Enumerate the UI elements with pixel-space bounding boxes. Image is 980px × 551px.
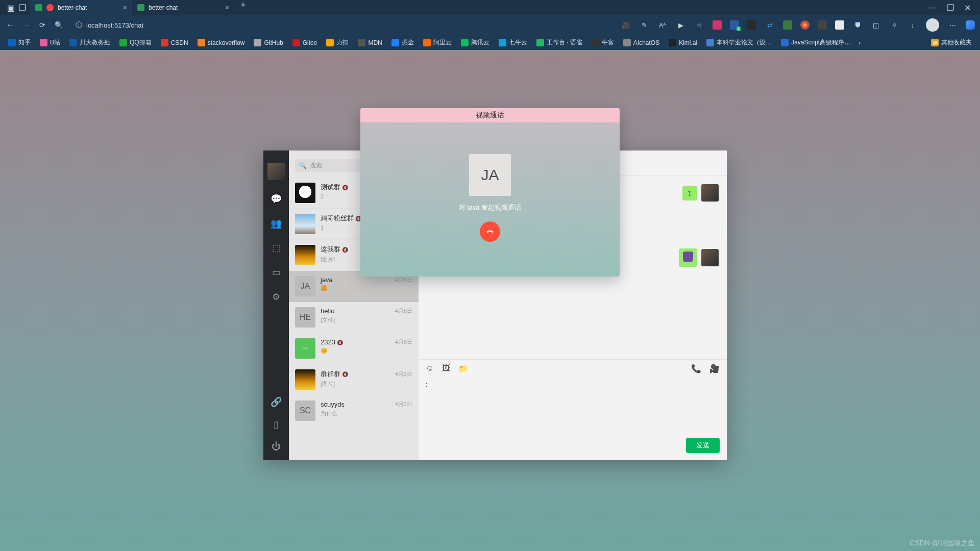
bookmark-item[interactable]: 本科毕业论文（设…: [703, 37, 775, 48]
tab-favicon-icon: [137, 4, 144, 11]
bookmark-icon: [198, 39, 205, 46]
forward-icon[interactable]: →: [21, 21, 31, 29]
bookmark-icon: [499, 39, 506, 46]
download-icon[interactable]: ↓: [908, 20, 918, 30]
bookmark-label: 腾讯云: [471, 38, 489, 47]
url-bar[interactable]: ⓘ localhost:5173/chat: [70, 18, 392, 32]
favorites-icon[interactable]: ✧: [889, 20, 899, 30]
bookmark-item[interactable]: stackoverflow: [194, 37, 248, 48]
workspace-icon[interactable]: ▣: [7, 3, 15, 13]
hangup-button[interactable]: [480, 221, 500, 242]
bookmark-icon: [119, 39, 127, 46]
ext-icon[interactable]: [818, 20, 827, 30]
bookmark-icon: [161, 39, 168, 46]
bookmark-label: Kimi.ai: [679, 39, 697, 46]
bookmark-icon: [69, 39, 77, 46]
close-window-icon[interactable]: ✕: [964, 3, 971, 13]
bookmark-item[interactable]: 七牛云: [496, 37, 530, 48]
url-text: localhost:5173/chat: [86, 21, 143, 29]
call-avatar: JA: [469, 154, 511, 196]
bookmark-item[interactable]: 掘金: [388, 37, 417, 48]
close-icon[interactable]: ×: [225, 4, 229, 12]
bookmark-label: 知乎: [18, 38, 31, 47]
maximize-icon[interactable]: ❐: [947, 3, 954, 13]
other-bookmarks-label: 其他收藏夹: [941, 38, 972, 47]
bookmark-item[interactable]: 腾讯云: [458, 37, 493, 48]
bookmark-label: Gitee: [303, 39, 317, 46]
pen-icon[interactable]: ✎: [639, 20, 649, 30]
bookmark-icon: [706, 39, 714, 46]
shield-icon[interactable]: ⛊: [852, 20, 863, 30]
bookmark-label: 力扣: [336, 38, 349, 47]
star-icon[interactable]: ☆: [694, 20, 704, 30]
new-tab-button[interactable]: +: [234, 0, 252, 15]
bookmark-item[interactable]: QQ邮箱: [116, 37, 155, 48]
bookmark-icon: [391, 39, 399, 46]
sync-icon[interactable]: ⇄: [765, 20, 775, 30]
menu-icon[interactable]: ⋯: [947, 20, 958, 30]
bookmark-icon: [254, 39, 261, 46]
tab-1[interactable]: better-chat ×: [132, 0, 234, 15]
bookmark-label: 阿里云: [433, 38, 452, 47]
bookmark-icon: [461, 39, 469, 46]
bookmark-item[interactable]: AIchatOS: [620, 37, 663, 48]
panel-icon[interactable]: ❐: [19, 3, 26, 13]
bookmark-label: 工作台 · 语雀: [547, 38, 582, 47]
bookmark-label: 本科毕业论文（设…: [717, 38, 772, 47]
bookmark-item[interactable]: 力扣: [323, 37, 352, 48]
ext-icon[interactable]: 7: [730, 20, 739, 30]
ext-icon[interactable]: [800, 20, 810, 30]
bookmark-item[interactable]: 牛客: [589, 37, 617, 48]
ext-icon[interactable]: [713, 20, 722, 30]
refresh-icon[interactable]: ⟳: [38, 21, 47, 29]
modal-overlay: 视频通话 JA 对 java 发起视频通话: [0, 50, 980, 551]
tab-favicon-icon: [35, 4, 42, 11]
video-icon[interactable]: ▶: [676, 20, 686, 30]
camera-icon[interactable]: 🎥: [621, 20, 631, 30]
bookmark-icon: [326, 39, 334, 46]
split-icon[interactable]: ◫: [871, 20, 881, 30]
phone-down-icon: [485, 227, 495, 237]
minimize-icon[interactable]: —: [928, 3, 937, 13]
bookmark-icon: [592, 39, 599, 46]
bookmark-item[interactable]: 工作台 · 语雀: [533, 37, 585, 48]
bookmark-label: stackoverflow: [208, 39, 245, 46]
bookmark-label: 掘金: [402, 38, 414, 47]
bookmark-item[interactable]: CSDN: [158, 37, 191, 48]
bookmarks-bar: 知乎B站川大教务处QQ邮箱CSDNstackoverflowGitHubGite…: [0, 35, 980, 50]
ext-icon[interactable]: [835, 20, 844, 30]
chevron-right-icon[interactable]: ›: [859, 39, 861, 46]
bookmark-item[interactable]: Gitee: [289, 37, 321, 48]
tab-title: better-chat: [149, 4, 178, 11]
other-bookmarks[interactable]: 📁 其他收藏夹: [928, 37, 975, 48]
address-bar-row: ← → ⟳ 🔍 ⓘ localhost:5173/chat 🎥 ✎ Aᴬ ▶ ☆…: [0, 15, 980, 35]
text-size-icon[interactable]: Aᴬ: [657, 20, 668, 30]
bookmark-icon: [40, 39, 47, 46]
bookmark-item[interactable]: 阿里云: [420, 37, 455, 48]
bookmark-icon: [623, 39, 631, 46]
bookmark-label: QQ邮箱: [130, 38, 152, 47]
tab-0[interactable]: better-chat ×: [30, 0, 132, 15]
copilot-icon[interactable]: [966, 20, 975, 30]
bookmark-label: MDN: [368, 39, 382, 46]
back-icon[interactable]: ←: [5, 21, 14, 29]
close-icon[interactable]: ×: [123, 4, 127, 12]
bookmark-icon: [8, 39, 16, 46]
bookmark-icon: [358, 39, 365, 46]
bookmark-item[interactable]: MDN: [355, 37, 385, 48]
ext-icon[interactable]: [747, 20, 756, 30]
bookmark-item[interactable]: Kimi.ai: [666, 37, 700, 48]
bookmark-item[interactable]: JavaScript高级程序…: [778, 37, 853, 48]
bookmark-item[interactable]: 川大教务处: [66, 37, 113, 48]
bookmark-item[interactable]: B站: [37, 37, 63, 48]
search-icon[interactable]: 🔍: [54, 21, 63, 29]
bookmark-label: 川大教务处: [80, 38, 110, 47]
site-info-icon[interactable]: ⓘ: [76, 20, 82, 30]
bookmark-item[interactable]: GitHub: [251, 37, 286, 48]
tabs: better-chat × better-chat × +: [30, 0, 252, 15]
bookmark-item[interactable]: 知乎: [5, 37, 34, 48]
bookmark-icon: [781, 39, 789, 46]
profile-avatar[interactable]: [926, 18, 939, 32]
bookmark-label: B站: [50, 38, 60, 47]
ext-icon[interactable]: [783, 20, 792, 30]
